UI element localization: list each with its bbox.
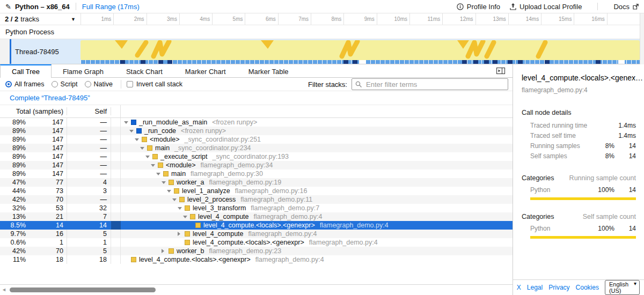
table-row[interactable]: 89% 147 — _run_code <frozen runpy> [0, 127, 513, 135]
category-square [142, 137, 147, 142]
footer-link-privacy[interactable]: Privacy [548, 284, 569, 291]
tab-marker-table[interactable]: Marker Table [237, 64, 300, 77]
radio-all-frames[interactable]: All frames [5, 80, 45, 88]
process-label: Python Process [5, 28, 54, 36]
table-row[interactable]: 89% 147 — main _sync_coordinator.py:234 [0, 144, 513, 152]
profile-info-button[interactable]: Profile Info [457, 3, 500, 11]
file-location: flamegraph_demo.py:34 [201, 161, 273, 169]
category-square [185, 231, 190, 237]
expand-open-icon[interactable] [183, 216, 190, 218]
category-square [190, 214, 195, 219]
invert-call-stack-checkbox[interactable]: Invert call stack [127, 80, 182, 88]
detail-row: Self samples 8% 14 [530, 151, 636, 161]
table-row[interactable]: 9.7% 16 5 level_4_compute flamegraph_dem… [0, 230, 513, 238]
expand-open-icon[interactable] [140, 147, 147, 150]
track-gutter [0, 39, 10, 64]
tab-marker-chart[interactable]: Marker Chart [174, 64, 237, 77]
timeline-vertical-scrollbar[interactable] [640, 13, 644, 64]
footer-link-cookies[interactable]: Cookies [576, 284, 599, 291]
table-row[interactable]: 89% 147 — _execute_script _sync_coordina… [0, 152, 513, 161]
category-row: Python 100% 14 [522, 185, 636, 195]
call-node-details-heading: Call node details [513, 94, 644, 116]
column-header-gap [111, 105, 121, 117]
expand-open-icon[interactable] [151, 164, 158, 167]
category-square [131, 257, 136, 262]
track-selected-accent [10, 39, 11, 64]
expand-open-icon[interactable] [135, 138, 142, 141]
table-row[interactable]: 89% 147 — main flamegraph_demo.py:30 [0, 169, 513, 178]
tick-label: 2ms [114, 13, 147, 25]
expand-closed-icon[interactable] [162, 249, 169, 253]
horizontal-scrollbar[interactable]: ◄ [0, 284, 513, 295]
thread-track[interactable]: Thread-78495 [0, 39, 644, 64]
expand-open-icon[interactable] [162, 181, 169, 184]
docs-link[interactable]: Docs [613, 3, 639, 11]
sidebar: level_4_compute.<locals>.<genex… flamegr… [513, 64, 644, 295]
breadcrumb-complete-link[interactable]: Complete “Thread-78495” [10, 94, 90, 102]
category-square [185, 240, 190, 245]
table-row[interactable]: 42% 70 — level_2_process flamegraph_demo… [0, 195, 513, 204]
function-name: level_4_compute.<locals>.<genexpr> [203, 222, 315, 230]
expand-open-icon[interactable] [178, 207, 185, 210]
tab-stack-chart[interactable]: Stack Chart [115, 64, 174, 77]
expand-open-icon[interactable] [167, 190, 174, 193]
divider [121, 80, 121, 88]
sidebar-toggle-button[interactable] [496, 67, 506, 75]
full-range-link[interactable]: Full Range (17ms) [82, 3, 140, 11]
expand-closed-icon[interactable] [178, 232, 185, 236]
tracks-dropdown[interactable]: 2 / 2 tracks ▼ [0, 13, 80, 25]
language-select[interactable]: English (US) ▾ [605, 280, 640, 295]
file-location: flamegraph_demo.py:4 [320, 222, 389, 230]
pencil-icon[interactable]: ✎ [5, 3, 11, 11]
upload-icon [510, 3, 516, 10]
table-row[interactable]: 89% 147 — <module> _sync_coordinator.py:… [0, 135, 513, 144]
info-icon [457, 3, 464, 10]
selected-node-title: level_4_compute.<locals>.<genex… [513, 64, 644, 82]
table-row[interactable]: 11% 18 18 level_4_compute.<locals>.<gene… [0, 255, 513, 264]
selected-node-file: flamegraph_demo.py:4 [513, 82, 644, 94]
column-header-total[interactable]: Total (samples) [0, 107, 67, 115]
radio-native[interactable]: Native [85, 80, 113, 88]
table-row[interactable]: 89% 147 — _run_module_as_main <frozen ru… [0, 118, 513, 127]
footer-link-legal[interactable]: Legal [527, 284, 543, 291]
function-name: level_4_compute.<locals>.<genexpr> [193, 239, 304, 247]
select-chevron-icon: ▾ [634, 281, 636, 286]
table-row[interactable]: 42% 70 5 worker_b flamegraph_demo.py:23 [0, 247, 513, 255]
tab-call-tree[interactable]: Call Tree [0, 64, 52, 78]
tab-flame-graph[interactable]: Flame Graph [52, 64, 115, 77]
expand-open-icon[interactable] [145, 156, 152, 158]
tick-label: 15ms [541, 13, 574, 25]
column-header-self[interactable]: Self [67, 107, 111, 115]
function-name: worker_a [177, 179, 204, 187]
footer-link-x[interactable]: X [517, 284, 521, 291]
table-row[interactable]: 32% 53 32 level_3_transform flamegraph_d… [0, 204, 513, 212]
radio-script[interactable]: Script [52, 80, 78, 88]
function-name: level_2_process [187, 196, 236, 204]
scroll-left-icon[interactable]: ◄ [2, 287, 6, 292]
table-row[interactable]: 13% 21 7 level_4_compute flamegraph_demo… [0, 212, 513, 221]
marker-band [80, 40, 640, 60]
thread-activity-graph[interactable] [80, 39, 640, 64]
tick-label: 8ms [311, 13, 344, 25]
process-track-header[interactable]: Python Process [0, 25, 644, 39]
table-header: Total (samples) Self [0, 105, 513, 118]
table-row[interactable]: 89% 147 — <module> flamegraph_demo.py:34 [0, 161, 513, 169]
divider [76, 3, 76, 10]
scrollbar-thumb[interactable] [10, 287, 156, 292]
table-row[interactable]: 0.6% 1 1 level_4_compute.<locals>.<genex… [0, 238, 513, 247]
table-row[interactable]: 44% 73 3 level_1_analyze flamegraph_demo… [0, 187, 513, 195]
expand-open-icon[interactable] [156, 173, 163, 175]
footer: X Legal Privacy Cookies English (US) ▾ [513, 279, 644, 295]
upload-profile-button[interactable]: Upload Local Profile [510, 3, 582, 11]
expand-open-icon[interactable] [172, 198, 179, 201]
file-location: flamegraph_demo.py:23 [209, 247, 281, 255]
file-location: flamegraph_demo.py:4 [254, 213, 323, 221]
profile-title[interactable]: Python – x86_64 [15, 3, 70, 11]
table-row-selected[interactable]: 8.5% 14 14 level_4_compute.<locals>.<gen… [0, 221, 513, 230]
expand-open-icon[interactable] [129, 130, 136, 132]
table-row[interactable]: 47% 77 4 worker_a flamegraph_demo.py:19 [0, 178, 513, 187]
category-square [136, 128, 142, 134]
expand-open-icon[interactable] [124, 121, 131, 124]
file-location: flamegraph_demo.py:4 [255, 256, 324, 264]
filter-stacks-input[interactable] [352, 78, 508, 90]
